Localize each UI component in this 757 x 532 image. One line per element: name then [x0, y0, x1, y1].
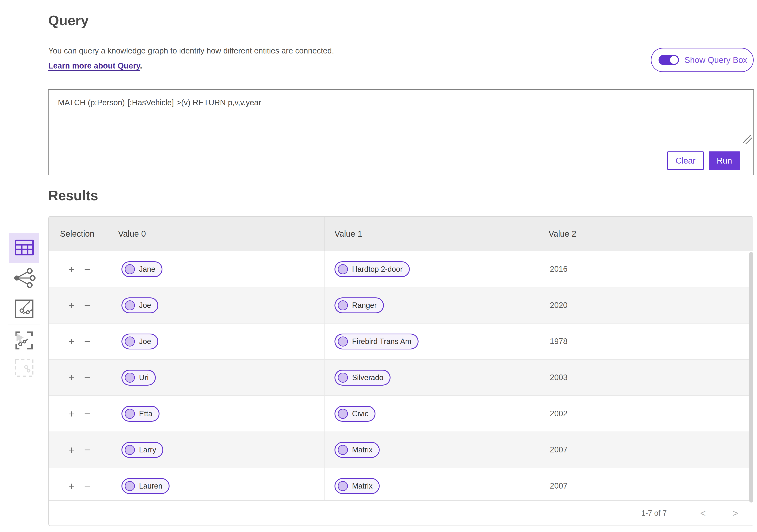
page-title: Query — [48, 13, 89, 28]
toggle-switch[interactable] — [658, 55, 679, 65]
value0-cell: Lauren — [112, 468, 324, 504]
value2-cell: 2003 — [540, 360, 752, 395]
remove-row-button[interactable]: − — [84, 264, 90, 274]
selection-cell: + − — [49, 432, 112, 468]
show-query-box-label: Show Query Box — [684, 55, 747, 65]
table-row: + − Joe Ranger 2020 — [49, 287, 753, 323]
value0-cell: Jane — [112, 251, 324, 287]
results-title: Results — [48, 187, 98, 204]
value1-cell: Ranger — [324, 287, 540, 323]
table-row: + − Lauren Matrix 2007 — [49, 468, 753, 504]
remove-row-button[interactable]: − — [84, 373, 90, 383]
node-chip-label: Matrix — [352, 445, 373, 454]
sidebar-item-table-view[interactable] — [9, 233, 39, 263]
sidebar-item-selection-disabled — [12, 356, 36, 380]
results-table: Selection Value 0 Value 1 Value 2 + − Ja… — [48, 216, 753, 526]
resize-handle-icon[interactable] — [743, 135, 752, 144]
remove-row-button[interactable]: − — [84, 445, 90, 455]
next-page-icon[interactable]: > — [733, 508, 738, 518]
value2-cell: 2016 — [540, 251, 752, 287]
node-chip-label: Firebird Trans Am — [352, 337, 411, 346]
table-icon — [15, 239, 34, 256]
node-circle-icon — [125, 337, 135, 347]
node-circle-icon — [125, 409, 135, 419]
add-row-button[interactable]: + — [68, 264, 75, 274]
node-circle-icon — [338, 445, 348, 455]
node-chip-label: Ranger — [352, 301, 377, 310]
value2-cell: 1978 — [540, 323, 752, 359]
table-row: + − Larry Matrix 2007 — [49, 432, 753, 468]
remove-row-button[interactable]: − — [84, 408, 90, 419]
year-value: 2020 — [550, 301, 568, 310]
node-chip[interactable]: Lauren — [121, 478, 169, 494]
value1-cell: Matrix — [324, 432, 540, 468]
node-chip-label: Hardtop 2-door — [352, 265, 403, 274]
table-header-row: Selection Value 0 Value 1 Value 2 — [49, 217, 753, 251]
node-chip[interactable]: Ranger — [335, 297, 384, 313]
sidebar-item-map-view[interactable] — [12, 298, 36, 321]
show-query-box-toggle[interactable]: Show Query Box — [651, 48, 754, 72]
add-row-button[interactable]: + — [68, 373, 75, 383]
pagination-range: 1-7 of 7 — [641, 509, 667, 518]
year-value: 2002 — [550, 409, 568, 418]
sidebar-item-graph-select[interactable] — [12, 329, 36, 352]
node-chip[interactable]: Joe — [121, 334, 158, 350]
node-circle-icon — [125, 445, 135, 455]
node-circle-icon — [338, 300, 348, 310]
selection-cell: + − — [49, 396, 112, 432]
value1-cell: Civic — [324, 396, 540, 432]
node-chip[interactable]: Hardtop 2-door — [335, 261, 410, 277]
node-chip-label: Civic — [352, 409, 368, 418]
learn-more-period: . — [140, 61, 142, 70]
node-circle-icon — [338, 409, 348, 419]
toggle-knob — [670, 56, 678, 64]
value0-cell: Larry — [112, 432, 324, 468]
sidebar-item-graph-view[interactable] — [12, 267, 36, 290]
node-circle-icon — [125, 373, 135, 383]
value0-cell: Joe — [112, 323, 324, 359]
remove-row-button[interactable]: − — [84, 336, 90, 347]
node-circle-icon — [125, 481, 135, 491]
run-button[interactable]: Run — [709, 152, 740, 170]
learn-more-link[interactable]: Learn more about Query. — [48, 61, 142, 70]
node-chip[interactable]: Larry — [121, 442, 163, 458]
node-chip[interactable]: Civic — [335, 406, 376, 422]
value1-cell: Matrix — [324, 468, 540, 504]
year-value: 2003 — [550, 373, 568, 382]
node-chip[interactable]: Matrix — [335, 478, 379, 494]
table-scrollbar[interactable] — [749, 252, 753, 503]
selection-cell: + − — [49, 287, 112, 323]
year-value: 2007 — [550, 482, 568, 490]
node-chip-label: Uri — [139, 373, 149, 382]
value2-cell: 2007 — [540, 468, 752, 504]
add-row-button[interactable]: + — [68, 300, 75, 311]
clear-button[interactable]: Clear — [667, 152, 704, 170]
node-circle-icon — [338, 481, 348, 491]
node-chip[interactable]: Matrix — [335, 442, 379, 458]
node-chip[interactable]: Joe — [121, 297, 158, 313]
add-row-button[interactable]: + — [68, 445, 75, 455]
node-chip[interactable]: Uri — [121, 370, 156, 386]
value2-cell: 2007 — [540, 432, 752, 468]
value1-cell: Silverado — [324, 360, 540, 395]
column-header-value2: Value 2 — [540, 217, 752, 251]
column-header-selection: Selection — [49, 217, 112, 251]
add-row-button[interactable]: + — [68, 336, 75, 347]
selection-cell: + − — [49, 251, 112, 287]
query-input[interactable]: MATCH (p:Person)-[:HasVehicle]->(v) RETU… — [58, 98, 737, 107]
learn-more-link-text[interactable]: Learn more about Query — [48, 61, 140, 70]
table-pagination: 1-7 of 7 < > — [49, 500, 753, 525]
add-row-button[interactable]: + — [68, 408, 75, 419]
node-chip[interactable]: Jane — [121, 261, 163, 277]
add-row-button[interactable]: + — [68, 481, 75, 491]
page-description: You can query a knowledge graph to ident… — [48, 46, 334, 55]
node-chip[interactable]: Silverado — [335, 370, 390, 386]
node-chip[interactable]: Firebird Trans Am — [335, 334, 418, 350]
remove-row-button[interactable]: − — [84, 481, 90, 491]
table-row: + − Jane Hardtop 2-door 2016 — [49, 251, 753, 287]
previous-page-icon[interactable]: < — [700, 508, 706, 518]
value0-cell: Uri — [112, 360, 324, 395]
remove-row-button[interactable]: − — [84, 300, 90, 311]
node-circle-icon — [125, 264, 135, 274]
node-chip[interactable]: Etta — [121, 406, 160, 422]
